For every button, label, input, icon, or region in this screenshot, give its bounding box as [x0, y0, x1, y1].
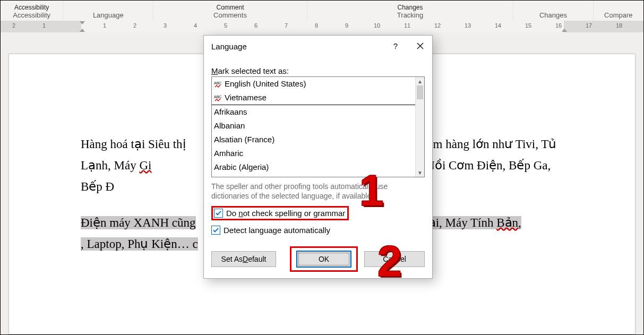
checkbox-detect-language[interactable]	[211, 226, 220, 235]
check-icon	[216, 210, 221, 216]
scroll-thumb[interactable]	[417, 85, 423, 99]
ruler-number: 15	[525, 22, 531, 29]
ruler-number: 18	[616, 22, 622, 29]
hanging-indent-marker[interactable]	[80, 29, 85, 32]
language-item[interactable]: ABCEnglish (United States)	[212, 77, 416, 91]
ruler-number: 5	[224, 22, 227, 29]
language-item[interactable]: Arabic (Bahrain)	[212, 174, 416, 177]
language-dialog: Language ? Mark selected text as: ABCEng…	[203, 35, 433, 279]
ruler-number: 2	[133, 22, 136, 29]
language-item[interactable]: Arabic (Algeria)	[212, 160, 416, 174]
ruler-number: 10	[374, 22, 380, 29]
dialog-titlebar[interactable]: Language ?	[204, 36, 432, 57]
ruler-number: 1	[42, 22, 46, 29]
highlight-box-1: Do not check spelling or grammar	[211, 206, 349, 220]
checkbox-no-spellcheck[interactable]	[214, 209, 223, 218]
dialog-help-button[interactable]: ?	[383, 36, 408, 56]
language-item[interactable]: Afrikaans	[212, 105, 416, 119]
ruler-number: 7	[285, 22, 288, 29]
ruler-number: 11	[404, 22, 410, 29]
ruler-number: 16	[555, 22, 562, 29]
highlight-box-2: OK	[290, 246, 358, 272]
ribbon-group-comments[interactable]: Comment Comments	[153, 1, 307, 21]
ruler-number: 12	[434, 22, 441, 29]
spellcheck-icon: ABC	[214, 94, 221, 101]
ruler-number: 8	[315, 22, 318, 29]
spellcheck-icon: ABC	[214, 80, 221, 88]
ruler[interactable]: 21123456789101112131415161718	[1, 21, 643, 33]
cancel-button[interactable]: Cancel	[364, 251, 425, 267]
ribbon-group-compare[interactable]: Compare	[594, 1, 643, 21]
dialog-info-text: The speller and other proofing tools aut…	[211, 182, 425, 201]
dialog-close-button[interactable]	[408, 36, 432, 56]
set-as-default-button[interactable]: Set As Default	[211, 251, 276, 267]
right-indent-marker[interactable]	[562, 29, 567, 32]
language-item[interactable]: Amharic	[212, 147, 416, 160]
first-line-indent-marker[interactable]	[80, 21, 85, 24]
svg-text:ABC: ABC	[214, 81, 221, 85]
ruler-number: 17	[586, 22, 592, 29]
language-listbox[interactable]: ABCEnglish (United States)ABCVietnameseA…	[211, 76, 425, 177]
language-item[interactable]: Alsatian (France)	[212, 133, 416, 147]
listbox-scrollbar[interactable]: ▲ ▼	[415, 77, 424, 177]
ok-button[interactable]: OK	[296, 251, 351, 268]
ruler-number: 3	[164, 22, 167, 29]
ruler-number: 13	[465, 22, 471, 29]
ribbon-group-labels: Accessibility Accessibility Language Com…	[1, 1, 643, 21]
ruler-number: 4	[194, 22, 197, 29]
ribbon-group-language[interactable]: Language	[63, 1, 153, 21]
language-item[interactable]: Albanian	[212, 119, 416, 133]
close-icon	[417, 42, 424, 49]
mark-selected-label: Mark selected text as:	[211, 66, 425, 75]
language-item[interactable]: ABCVietnamese	[212, 91, 416, 105]
ruler-number: 14	[495, 22, 501, 29]
ribbon-group-changes[interactable]: Changes	[513, 1, 593, 21]
ruler-number: 9	[345, 22, 348, 29]
ruler-number: 2	[12, 22, 15, 29]
checkbox-no-spellcheck-label[interactable]: Do not check spelling or grammar	[226, 209, 345, 218]
dialog-title: Language	[211, 42, 247, 51]
checkbox-detect-language-label[interactable]: Detect language automatically	[224, 226, 330, 235]
ribbon-group-accessibility[interactable]: Accessibility Accessibility	[1, 1, 63, 21]
svg-text:ABC: ABC	[214, 95, 221, 99]
ruler-number: 6	[254, 22, 257, 29]
ruler-number: 1	[103, 22, 106, 29]
scroll-up-button[interactable]: ▲	[416, 77, 424, 85]
scroll-down-button[interactable]: ▼	[416, 168, 424, 177]
check-icon	[213, 227, 219, 233]
ribbon-group-tracking[interactable]: Changes Tracking	[307, 1, 514, 21]
